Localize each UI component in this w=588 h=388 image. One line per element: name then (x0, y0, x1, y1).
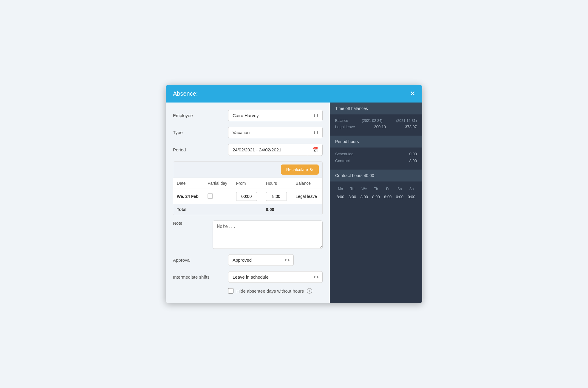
col-from: From (233, 178, 262, 189)
recalculate-row: Recalculate ↻ (173, 162, 322, 178)
period-hours-content: Scheduled 0:00 Contract 8:00 (330, 148, 422, 170)
employee-select-wrapper: Cairo Harvey ⬆⬇ (228, 110, 323, 121)
row-date: We. 24 Feb (173, 189, 204, 204)
total-value: 8:00 (262, 204, 292, 215)
recalculate-icon: ↻ (310, 167, 313, 172)
col-balance: Balance (292, 178, 322, 189)
balance-col-label: Balance (335, 119, 348, 123)
total-row: Total 8:00 (173, 204, 322, 215)
absence-table: Date Partial day From Hours Balance We. … (173, 178, 322, 215)
day-value-mo: 8:00 (335, 193, 346, 200)
hide-absentee-row: Hide absentee days without hours i (173, 288, 323, 294)
note-row: Note (173, 221, 323, 249)
row-hours (262, 189, 292, 204)
contract-row: Contract 8:00 (335, 159, 417, 163)
employee-row: Employee Cairo Harvey ⬆⬇ (173, 110, 323, 121)
table-section: Recalculate ↻ Date Partial day From Hour… (173, 161, 323, 215)
time-off-section-header: Time off balances (330, 103, 422, 114)
intermediate-shifts-row: Intermediate shifts Leave in schedule ⬆⬇ (173, 271, 323, 283)
type-select-wrapper: Vacation ⬆⬇ (228, 127, 323, 138)
total-empty-2 (233, 204, 262, 215)
scheduled-value: 0:00 (409, 152, 417, 156)
col-hours: Hours (262, 178, 292, 189)
legal-leave-val1: 200:19 (374, 125, 386, 129)
day-value-sa: 0:00 (394, 193, 405, 200)
type-select[interactable]: Vacation (228, 127, 323, 138)
note-textarea[interactable] (213, 221, 323, 249)
hide-absentee-checkbox[interactable] (228, 288, 233, 294)
left-panel: Employee Cairo Harvey ⬆⬇ Type Vacation ⬆… (166, 103, 330, 303)
approval-label: Approval (173, 257, 228, 263)
contract-value: 8:00 (409, 159, 417, 163)
partial-day-checkbox[interactable] (208, 193, 213, 199)
modal-title: Absence: (173, 90, 198, 97)
contract-hours-section-header: Contract hours 40:00 (330, 170, 422, 181)
day-value-tu: 8:00 (347, 193, 358, 200)
day-value-we: 8:00 (359, 193, 369, 200)
day-label-th: Th (371, 186, 381, 192)
legal-leave-label: Legal leave (335, 125, 355, 129)
table-header-row: Date Partial day From Hours Balance (173, 178, 322, 189)
schedule-grid: Mo Tu We Th Fr Sa So 8:00 8:00 8:00 8:00… (330, 181, 422, 204)
absence-modal: Absence: ✕ Employee Cairo Harvey ⬆⬇ Type (166, 85, 422, 303)
recalculate-button[interactable]: Recalculate ↻ (281, 164, 319, 175)
day-label-sa: Sa (394, 186, 405, 192)
modal-body: Employee Cairo Harvey ⬆⬇ Type Vacation ⬆… (166, 103, 422, 303)
note-label: Note (173, 221, 213, 226)
period-hours-section-header: Period hours (330, 136, 422, 148)
day-label-fr: Fr (383, 186, 393, 192)
contract-label: Contract (335, 159, 350, 163)
total-empty-3 (292, 204, 322, 215)
from-input[interactable] (236, 192, 257, 201)
legal-leave-row: Legal leave 200:19 373:07 (335, 125, 417, 129)
day-value-th: 8:00 (371, 193, 381, 200)
employee-select[interactable]: Cairo Harvey (228, 110, 323, 121)
time-off-content: Balance (2021-02-24) (2021-12-31) Legal … (330, 114, 422, 136)
type-label: Type (173, 130, 228, 135)
modal-header: Absence: ✕ (166, 85, 422, 103)
legal-leave-val2: 373:07 (405, 125, 417, 129)
period-input[interactable] (228, 144, 308, 156)
balance-date2: (2021-12-31) (396, 119, 417, 123)
approval-select-wrapper: Approved ⬆⬇ (228, 254, 294, 266)
day-value-so: 0:00 (406, 193, 417, 200)
period-row: Period 📅 (173, 144, 323, 156)
hide-absentee-label: Hide absentee days without hours (236, 288, 304, 294)
intermediate-shifts-select[interactable]: Leave in schedule (228, 271, 323, 283)
col-date: Date (173, 178, 204, 189)
calendar-button[interactable]: 📅 (308, 144, 323, 156)
day-label-tu: Tu (347, 186, 358, 192)
balance-header-row: Balance (2021-02-24) (2021-12-31) (335, 119, 417, 123)
scheduled-label: Scheduled (335, 152, 353, 156)
balance-date1: (2021-02-24) (362, 119, 382, 123)
employee-label: Employee (173, 113, 228, 118)
col-partial-day: Partial day (204, 178, 233, 189)
close-button[interactable]: ✕ (410, 91, 415, 97)
hours-input[interactable] (266, 192, 287, 201)
period-label: Period (173, 147, 228, 152)
period-wrapper: 📅 (228, 144, 323, 156)
scheduled-row: Scheduled 0:00 (335, 152, 417, 156)
intermediate-shifts-select-wrapper: Leave in schedule ⬆⬇ (228, 271, 323, 283)
day-label-so: So (406, 186, 417, 192)
approval-row: Approval Approved ⬆⬇ (173, 254, 323, 266)
type-row: Type Vacation ⬆⬇ (173, 127, 323, 138)
recalculate-label: Recalculate (286, 167, 308, 172)
day-label-mo: Mo (335, 186, 346, 192)
row-balance: Legal leave (292, 189, 322, 204)
total-label: Total (173, 204, 204, 215)
intermediate-shifts-label: Intermediate shifts (173, 274, 228, 280)
total-empty-1 (204, 204, 233, 215)
table-row: We. 24 Feb Legal leave (173, 189, 322, 204)
day-label-we: We (359, 186, 369, 192)
info-icon[interactable]: i (307, 288, 312, 294)
row-partial-day (204, 189, 233, 204)
day-value-fr: 8:00 (383, 193, 393, 200)
right-panel: Time off balances Balance (2021-02-24) (… (330, 103, 422, 303)
row-from (233, 189, 262, 204)
approval-select[interactable]: Approved (228, 254, 294, 266)
